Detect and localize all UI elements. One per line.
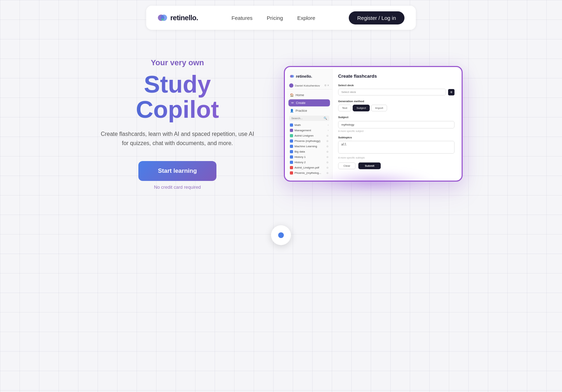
list-item[interactable]: Math › [286,122,332,128]
panel-title: Create flashcards [338,73,454,79]
deck-list: Math › Management › [286,122,332,176]
app-mockup: retinello. Daniel Kolozhenkov ⚙ ✕ 🏠 Home… [284,66,463,182]
svg-point-4 [291,75,294,78]
sidebar-user: Daniel Kolozhenkov ⚙ ✕ [286,82,332,89]
method-import-button[interactable]: Import [371,105,387,111]
subtopic-label: Subtopics [338,136,454,139]
action-buttons: Clear Submit [338,162,454,169]
list-item[interactable]: Phoenix (mythology) ⊙ [286,138,332,144]
hero-title: Study Copilot [99,72,255,122]
subtopic-hint: A more specific subtopic [338,156,454,159]
list-item[interactable]: Big data ⊙ [286,149,332,154]
sidebar-home[interactable]: 🏠 Home [286,92,332,99]
sidebar-logo: retinello. [286,72,332,82]
search-input[interactable] [291,117,322,120]
user-avatar [289,83,293,88]
clear-button[interactable]: Clear [338,162,356,169]
list-item[interactable]: History 1 ⊙ [286,154,332,160]
chat-bubble-wrapper [0,225,562,245]
gen-method-label: Generation method [338,100,454,103]
start-learning-button[interactable]: Start learning [138,161,216,181]
subject-label: Subject [338,116,454,119]
register-button[interactable]: Register / Log in [349,11,404,24]
no-credit-text: No credit card required [99,184,255,190]
method-subject-button[interactable]: Subject [353,105,370,111]
subject-input[interactable] [338,121,454,128]
list-item[interactable]: History 2 ⊙ [286,160,332,165]
select-deck-dropdown[interactable]: Select deck [338,89,446,95]
app-sidebar: retinello. Daniel Kolozhenkov ⚙ ✕ 🏠 Home… [286,68,332,179]
add-deck-button[interactable]: + [448,89,454,95]
generation-method-group: Text Subject Import [338,105,454,111]
nav-explore[interactable]: Explore [297,15,315,21]
chat-dot [278,232,284,238]
subject-hint: A more specific subject [338,130,454,132]
hero-tagline: Your very own [99,58,255,67]
select-deck-label: Select deck [338,84,454,87]
hero-section: Your very own Study Copilot Create flash… [99,58,255,190]
mockup-glow [313,171,434,192]
nav-pricing[interactable]: Pricing [267,15,283,21]
list-item[interactable]: Machine Learning ⊙ [286,144,332,149]
nav-features[interactable]: Features [232,15,253,21]
subtopic-textarea[interactable]: all [338,141,454,154]
main-panel: Create flashcards Select deck Select dec… [332,68,460,179]
list-item[interactable]: Astrid_Lindgren.pdf ⊙ [286,165,332,170]
sidebar-create[interactable]: ✏ Create [288,99,330,106]
sidebar-practice[interactable]: 👤 Practice [286,107,332,114]
list-item[interactable]: Astrid Lindgren ⊙ [286,133,332,138]
nav-links: Features Pricing Explore [232,15,315,21]
method-text-button[interactable]: Text [338,105,351,111]
list-item[interactable]: Management › [286,128,332,133]
svg-point-2 [161,18,164,21]
sidebar-search[interactable]: 🔍 [289,116,329,121]
select-deck-row: Select deck + [338,89,454,95]
chat-bubble[interactable] [271,225,291,245]
submit-button[interactable]: Submit [358,162,381,169]
hero-description: Create flashcards, learn with AI and spa… [99,129,255,148]
logo: retinello. [158,13,198,23]
